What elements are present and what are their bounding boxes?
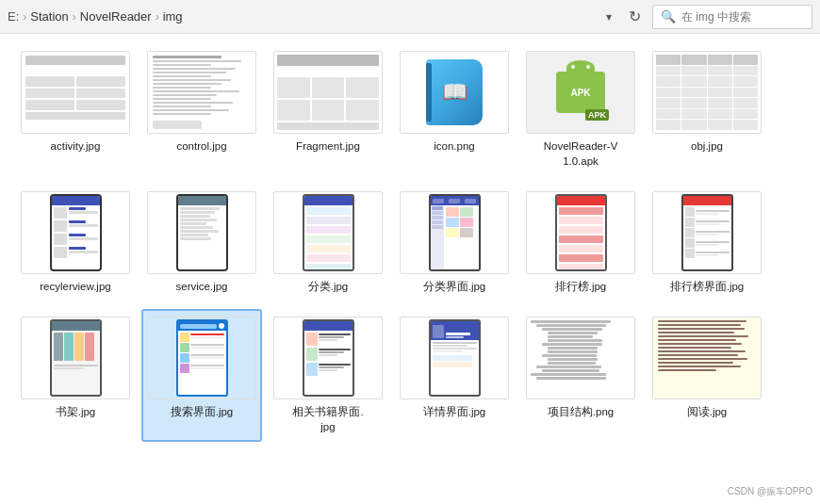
thumbnail [147,51,256,134]
breadcrumb-station[interactable]: Station [30,9,68,24]
thumbnail [526,317,635,399]
thumbnail [273,317,383,399]
thumbnail [21,51,130,134]
file-item[interactable]: 分类界面.jpg [394,184,515,301]
breadcrumb-e[interactable]: E: [8,9,19,24]
breadcrumb[interactable]: E: › Station › NovelReader › img [8,9,183,24]
file-label: Fragment.jpg [296,138,360,154]
breadcrumb-img[interactable]: img [163,9,183,24]
address-bar-actions: ▾ ↻ 🔍 [600,5,812,29]
file-item[interactable]: APK APK NovelReader-V 1.0.apk [520,43,641,176]
file-item[interactable]: 书架.jpg [15,309,136,442]
file-label: 书架.jpg [56,404,96,419]
refresh-button[interactable]: ↻ [623,6,647,27]
file-item[interactable]: activity.jpg [15,43,136,176]
file-item[interactable]: recylerview.jpg [15,184,136,301]
file-item[interactable]: 分类.jpg [268,184,388,301]
file-item[interactable]: Fragment.jpg [268,43,388,176]
file-label: icon.png [434,138,474,154]
thumbnail [273,51,383,134]
thumbnail [147,191,256,274]
thumbnail [400,191,509,274]
address-bar: E: › Station › NovelReader › img ▾ ↻ 🔍 [0,0,820,34]
file-item[interactable]: 排行榜.jpg [520,184,641,301]
file-item[interactable]: 搜索界面.jpg [141,309,262,442]
sep2: › [73,10,76,24]
file-label: NovelReader-V 1.0.apk [544,138,618,169]
file-label: 相关书籍界面. jpg [292,404,363,434]
sep1: › [23,10,26,24]
file-item[interactable]: 详情界面.jpg [394,309,515,442]
file-label: 阅读.jpg [687,404,728,419]
file-label: 分类.jpg [308,279,349,294]
file-label: recylerview.jpg [40,279,110,294]
search-input[interactable] [681,10,804,24]
file-label: 排行榜界面.jpg [670,279,745,294]
file-item[interactable]: 相关书籍界面. jpg [268,309,388,442]
thumbnail [526,191,635,274]
sep3: › [156,10,159,24]
file-item[interactable]: icon.png [394,43,515,176]
icon-preview [426,59,483,125]
file-label: control.jpg [176,138,226,154]
file-label: service.jpg [176,279,228,294]
file-item[interactable]: 排行榜界面.jpg [647,184,767,301]
file-item[interactable]: 阅读.jpg [647,309,767,442]
file-item[interactable]: service.jpg [141,184,262,301]
file-label: activity.jpg [51,138,101,154]
thumbnail: APK APK [526,51,635,134]
thumbnail [652,51,762,134]
file-label: 排行榜.jpg [555,279,607,294]
file-label: 项目结构.png [548,404,614,419]
thumbnail [273,191,383,274]
file-item[interactable]: control.jpg [141,43,262,176]
watermark: CSDN @振车OPPO [728,485,812,498]
file-label: 分类界面.jpg [423,279,486,294]
file-label: 详情界面.jpg [423,404,486,419]
thumbnail [652,191,762,274]
thumbnail [400,317,509,399]
file-label: 搜索界面.jpg [171,404,234,419]
file-item[interactable]: obj.jpg [647,43,767,176]
file-label: obj.jpg [691,138,723,154]
breadcrumb-novelreader[interactable]: NovelReader [80,9,152,24]
dropdown-button[interactable]: ▾ [600,8,617,25]
file-item[interactable]: 项目结构.png [520,309,641,442]
search-icon: 🔍 [661,9,676,24]
thumbnail [21,191,130,274]
search-box[interactable]: 🔍 [652,5,812,29]
thumbnail [652,317,762,399]
thumbnail [21,317,130,399]
thumbnail [147,317,256,399]
thumbnail [400,51,509,134]
file-grid: activity.jpg [0,34,820,504]
